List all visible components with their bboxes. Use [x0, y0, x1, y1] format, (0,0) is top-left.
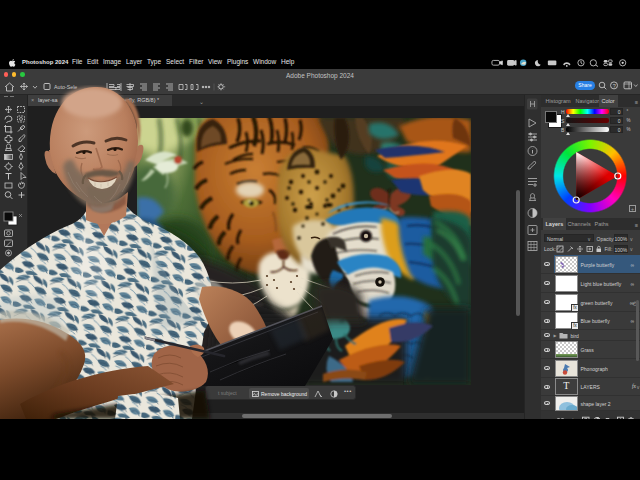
svg-text:?: ? — [613, 83, 616, 89]
